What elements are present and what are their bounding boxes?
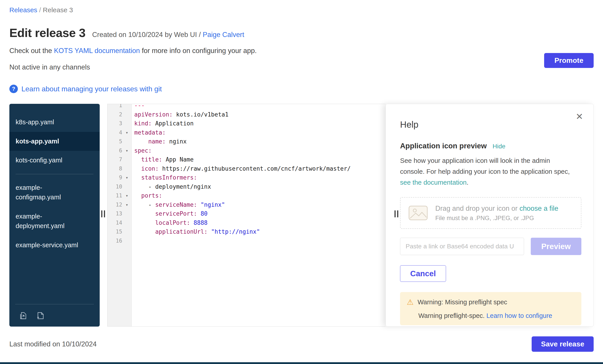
icon-url-input[interactable] (400, 238, 524, 255)
line-number: 13 (107, 209, 122, 218)
preflight-configure-link[interactable]: Learn how to configure (486, 312, 552, 319)
code-line-3[interactable]: 3kind: Application (107, 119, 386, 128)
fold-spacer (122, 155, 132, 164)
line-number: 1 (107, 104, 122, 110)
code-line-1[interactable]: 1--- (107, 104, 386, 110)
promote-button[interactable]: Promote (544, 53, 594, 68)
code-text: name: nginx (132, 137, 187, 146)
code-line-2[interactable]: 2apiVersion: kots.io/v1beta1 (107, 110, 386, 119)
choose-file-link[interactable]: choose a file (519, 205, 558, 212)
drop-text: Drag and drop your icon or (435, 205, 519, 212)
file-list-bottom: example-configmap.yamlexample-deployment… (9, 178, 100, 255)
close-icon: ✕ (576, 112, 583, 121)
code-line-5[interactable]: 5 name: nginx (107, 137, 386, 146)
fold-arrow-icon[interactable]: ▾ (122, 146, 132, 155)
warning-detail-text: Warning preflight-spec. (418, 312, 486, 319)
code-line-13[interactable]: 13 servicePort: 80 (107, 209, 386, 218)
sidebar-file-k8s-app.yaml[interactable]: k8s-app.yaml (9, 113, 100, 132)
file-name: example-service.yaml (16, 240, 78, 250)
image-placeholder-icon (408, 206, 428, 220)
code-line-16[interactable]: 16 (107, 236, 386, 245)
code-text: ports: (132, 191, 162, 200)
code-text: icon: https://raw.githubusercontent.com/… (132, 164, 351, 173)
code-text: statusInformers: (132, 173, 197, 182)
sidebar-file-example-service.yaml[interactable]: example-service.yaml (9, 236, 100, 255)
preview-button[interactable]: Preview (531, 238, 581, 255)
file-list-top: k8s-app.yamlkots-app.yamlkots-config.yam… (9, 113, 100, 170)
icon-dropzone[interactable]: Drag and drop your icon or choose a file… (400, 197, 581, 229)
created-text: Created on 10/10/2024 by Web UI / (92, 31, 203, 39)
fold-spacer (122, 104, 132, 110)
code-line-4[interactable]: 4▾metadata: (107, 128, 386, 137)
code-text (132, 236, 134, 245)
fold-spacer (122, 209, 132, 218)
yaml-editor[interactable]: 1---2apiVersion: kots.io/v1beta13kind: A… (107, 104, 386, 327)
code-text: localPort: 8888 (132, 218, 208, 227)
fold-spacer (122, 227, 132, 236)
sidebar-file-kots-config.yaml[interactable]: kots-config.yaml (9, 151, 100, 170)
code-line-10[interactable]: 10 - deployment/nginx (107, 182, 386, 191)
documentation-link[interactable]: see the documentation (400, 179, 467, 186)
line-number: 2 (107, 110, 122, 119)
line-number: 10 (107, 182, 122, 191)
sidebar-resize-handle[interactable] (101, 210, 105, 217)
upload-file-icon (18, 311, 28, 320)
code-text: apiVersion: kots.io/v1beta1 (132, 110, 229, 119)
sidebar-file-example-configmap.yaml[interactable]: example-configmap.yaml (9, 178, 100, 207)
line-number: 6 (107, 146, 122, 155)
code-text: - deployment/nginx (132, 182, 211, 191)
docs-hint: Check out the KOTS YAML documentation fo… (9, 47, 594, 55)
help-resize-handle[interactable] (394, 210, 398, 217)
code-line-6[interactable]: 6▾spec: (107, 146, 386, 155)
breadcrumb-separator: / (37, 6, 43, 14)
page-title: Edit release 3 (9, 26, 85, 40)
fold-arrow-icon[interactable]: ▾ (122, 173, 132, 182)
breadcrumb-releases-link[interactable]: Releases (9, 6, 37, 14)
code-text: metadata: (132, 128, 166, 137)
fold-spacer (122, 119, 132, 128)
sidebar-file-example-deployment.yaml[interactable]: example-deployment.yaml (9, 207, 100, 236)
bottom-strip (0, 362, 603, 364)
file-name: k8s-app.yaml (16, 117, 54, 127)
fold-arrow-icon[interactable]: ▾ (122, 200, 132, 210)
upload-file-button[interactable] (18, 310, 29, 321)
code-line-9[interactable]: 9▾ statusInformers: (107, 173, 386, 182)
code-line-8[interactable]: 8 icon: https://raw.githubusercontent.co… (107, 164, 386, 173)
line-number: 3 (107, 119, 122, 128)
git-help-link[interactable]: ? Learn about managing your releases wit… (9, 85, 162, 93)
code-text: servicePort: 80 (132, 209, 208, 218)
created-by-link[interactable]: Paige Calvert (203, 31, 244, 39)
code-line-15[interactable]: 15 applicationUrl: "http://nginx" (107, 227, 386, 236)
file-type-hint: File must be a .PNG, .JPEG, or .JPG (435, 215, 558, 222)
fold-arrow-icon[interactable]: ▾ (122, 128, 132, 137)
line-number: 9 (107, 173, 122, 182)
line-number: 4 (107, 128, 122, 137)
preflight-warning-box: ⚠ Warning: Missing preflight spec Warnin… (400, 292, 581, 325)
fold-arrow-icon[interactable]: ▾ (122, 191, 132, 200)
help-panel: ✕ Help Application icon preview Hide See… (386, 104, 594, 327)
sidebar-bottom-divider (15, 304, 94, 304)
icon-url-row: Preview (400, 238, 581, 255)
line-number: 5 (107, 137, 122, 146)
code-line-14[interactable]: 14 localPort: 8888 (107, 218, 386, 227)
sidebar-file-kots-app.yaml[interactable]: kots-app.yaml (9, 132, 100, 151)
code-line-12[interactable]: 12▾ - serviceName: "nginx" (107, 200, 386, 210)
line-number: 16 (107, 236, 122, 245)
cancel-button[interactable]: Cancel (400, 265, 446, 282)
file-name: example-deployment.yaml (16, 212, 85, 231)
git-help-label: Learn about managing your releases with … (21, 85, 162, 93)
close-help-button[interactable]: ✕ (576, 112, 583, 121)
handle-bar (101, 210, 102, 217)
kots-yaml-docs-link[interactable]: KOTS YAML documentation (54, 47, 140, 55)
code-line-11[interactable]: 11▾ ports: (107, 191, 386, 200)
handle-bar (104, 210, 105, 217)
code-line-7[interactable]: 7 title: App Name (107, 155, 386, 164)
hide-link[interactable]: Hide (493, 143, 506, 150)
title-row: Edit release 3 Created on 10/10/2024 by … (9, 26, 594, 40)
handle-bar (397, 210, 398, 217)
last-modified: Last modified on 10/10/2024 (9, 340, 97, 348)
icon-preview-description: See how your application icon will look … (400, 155, 576, 188)
fold-spacer (122, 164, 132, 173)
save-release-button[interactable]: Save release (532, 336, 594, 352)
new-file-button[interactable] (35, 310, 46, 321)
